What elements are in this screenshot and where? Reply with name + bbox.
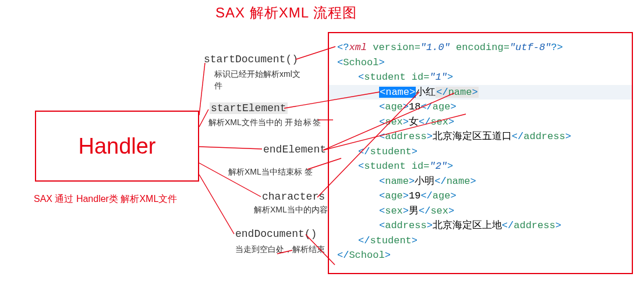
callout-end-document: endDocument()	[235, 228, 317, 240]
xml-name1-close-highlight: </name>	[436, 87, 478, 98]
handler-label: Handler	[78, 134, 155, 159]
callout-start-element-desc-b: 开始标签	[285, 118, 322, 127]
xml-student2-close: </student>	[337, 233, 626, 249]
callout-characters: characters	[262, 191, 325, 203]
xml-prolog: <?xml version="1.0" encoding="utf-8"?>	[337, 40, 626, 55]
xml-sex2: <sex>男</sex>	[337, 204, 626, 219]
xml-school-close: </School>	[337, 248, 626, 263]
xml-age1: <age>18</age>	[337, 100, 626, 115]
xml-name1-open-highlight: <name>	[379, 87, 416, 98]
svg-line-1	[199, 109, 208, 127]
xml-student2-open: <student id="2">	[337, 159, 626, 174]
svg-line-4	[199, 175, 234, 234]
xml-code-box: <?xml version="1.0" encoding="utf-8"?> <…	[328, 32, 633, 274]
xml-name1-line: <name>小红</name>	[329, 85, 632, 100]
handler-caption: SAX 通过 Handler类 解析XML文件	[34, 193, 177, 205]
xml-name2: <name>小明</name>	[337, 174, 626, 189]
callout-end-element: endElement	[263, 144, 326, 155]
callout-start-element-desc-a: 解析XML文件当中的	[208, 118, 282, 127]
callout-start-element-desc: 解析XML文件当中的开始标签	[208, 116, 322, 128]
callout-start-document: startDocument()	[204, 54, 298, 65]
xml-age2: <age>19</age>	[337, 189, 626, 204]
callout-end-element-desc: 解析XML当中结束标 签	[228, 166, 313, 178]
svg-line-2	[199, 147, 262, 149]
callout-end-document-desc: 当走到空白处，解析结束	[235, 243, 325, 255]
xml-address2: <address>北京海定区上地</address>	[337, 218, 626, 233]
xml-student1-close: </student>	[337, 144, 626, 159]
svg-line-0	[199, 63, 205, 115]
xml-student1-open: <student id="1">	[337, 70, 626, 85]
diagram-title: SAX 解析XML 流程图	[215, 3, 357, 22]
callout-characters-desc: 解析XML当中的内容	[254, 204, 328, 215]
xml-sex1: <sex>女</sex>	[337, 115, 626, 130]
handler-box: Handler	[35, 111, 199, 182]
callout-start-element: startElement	[210, 102, 288, 114]
xml-school-open: <School>	[337, 55, 626, 70]
xml-address1: <address>北京海定区五道口</address>	[337, 129, 626, 144]
callout-start-document-desc: 标识已经开始解析xml文件	[214, 68, 307, 92]
